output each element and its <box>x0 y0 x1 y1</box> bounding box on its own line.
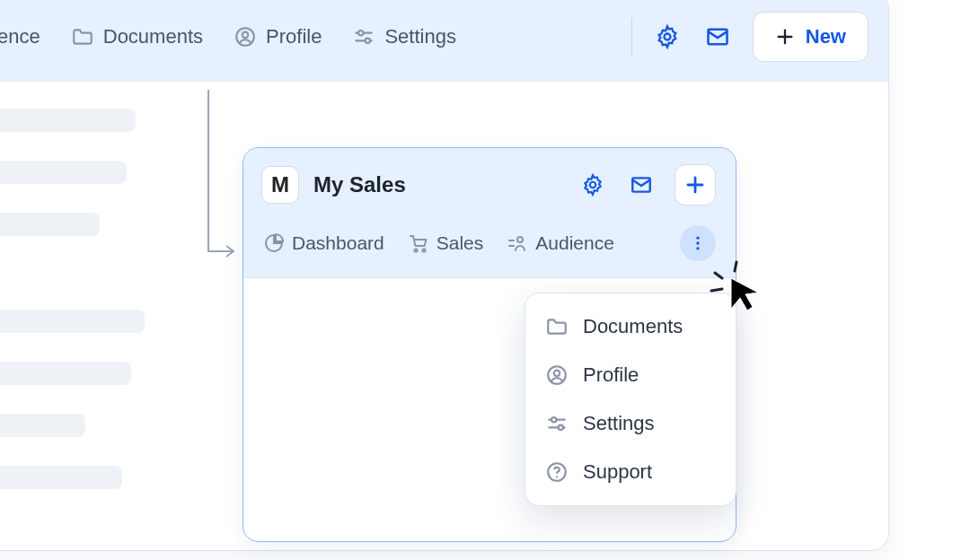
svg-point-23 <box>554 371 560 377</box>
new-button[interactable]: New <box>753 12 869 62</box>
placeholder-line <box>0 466 122 489</box>
tab-dashboard[interactable]: Dashboard <box>263 232 384 254</box>
svg-point-19 <box>696 237 699 240</box>
gear-icon <box>581 173 604 197</box>
sliders-icon <box>545 412 569 435</box>
nav-item-settings[interactable]: Settings <box>352 25 456 48</box>
dots-vertical-icon <box>689 234 707 252</box>
inner-mail-button[interactable] <box>626 170 657 200</box>
svg-point-29 <box>556 476 558 477</box>
nav-label: Documents <box>103 25 203 48</box>
placeholder-line <box>0 362 131 385</box>
gear-icon <box>655 24 680 49</box>
inner-titlebar: M My Sales <box>243 148 736 213</box>
nav-label: Settings <box>384 25 456 48</box>
folder-icon <box>545 315 569 338</box>
placeholder-line <box>0 161 127 184</box>
nav-label: Profile <box>266 25 322 48</box>
folder-icon <box>71 25 94 48</box>
svg-point-3 <box>358 31 363 35</box>
svg-point-21 <box>696 247 699 249</box>
dropdown-item-support[interactable]: Support <box>525 448 736 496</box>
dropdown-item-documents[interactable]: Documents <box>525 302 736 351</box>
placeholder-line <box>0 213 100 236</box>
inner-gear-button[interactable] <box>578 170 608 200</box>
svg-point-1 <box>242 32 249 39</box>
divider <box>631 18 632 56</box>
dropdown-item-label: Documents <box>583 315 683 338</box>
inner-titlebar-right <box>578 164 716 206</box>
mail-button[interactable] <box>702 22 733 52</box>
dropdown-item-settings[interactable]: Settings <box>525 399 736 448</box>
sliders-icon <box>352 25 375 48</box>
placeholder-line <box>0 414 85 437</box>
more-menu-button[interactable] <box>680 225 716 261</box>
tab-label: Audience <box>535 232 614 254</box>
tab-audience[interactable]: Audience <box>507 232 614 254</box>
settings-gear-button[interactable] <box>652 22 683 52</box>
profile-icon <box>545 363 569 387</box>
placeholder-line <box>0 310 145 333</box>
plus-icon <box>684 174 706 196</box>
inner-tabs: Dashboard Sales Audience <box>243 213 736 278</box>
tab-label: Dashboard <box>292 232 384 254</box>
cart-icon <box>408 232 429 254</box>
mail-icon <box>630 173 653 197</box>
svg-point-6 <box>664 34 670 40</box>
tab-sales[interactable]: Sales <box>408 232 484 254</box>
new-button-label: New <box>806 25 846 48</box>
outer-topbar-right: New <box>631 12 888 62</box>
dropdown-item-label: Settings <box>583 412 655 435</box>
svg-point-14 <box>414 249 417 251</box>
profile-icon <box>234 25 257 48</box>
dropdown-item-profile[interactable]: Profile <box>525 351 736 399</box>
nav-item-audience[interactable]: Audience <box>0 25 40 48</box>
nav-item-documents[interactable]: Documents <box>71 25 203 48</box>
inner-logo: M <box>261 166 299 204</box>
outer-nav: Audience Documents Profile Settings <box>0 25 456 48</box>
nav-label: Audience <box>0 25 40 48</box>
svg-point-27 <box>559 425 563 430</box>
svg-point-5 <box>366 39 370 43</box>
dropdown-item-label: Support <box>583 460 652 484</box>
dropdown-item-label: Profile <box>583 363 639 387</box>
nav-item-profile[interactable]: Profile <box>234 25 322 48</box>
svg-point-15 <box>422 249 425 251</box>
outer-topbar: Audience Documents Profile Settings <box>0 0 888 82</box>
pie-chart-icon <box>263 232 285 254</box>
svg-point-20 <box>696 241 699 244</box>
inner-add-button[interactable] <box>675 164 716 206</box>
help-icon <box>545 460 569 484</box>
svg-point-10 <box>590 182 596 188</box>
svg-point-25 <box>551 417 556 422</box>
tab-label: Sales <box>436 232 484 254</box>
svg-point-16 <box>517 237 523 242</box>
mail-icon <box>705 24 730 49</box>
more-menu-dropdown: Documents Profile Settings Support <box>525 293 736 506</box>
audience-icon <box>507 232 528 254</box>
plus-icon <box>775 27 795 47</box>
inner-title: My Sales <box>313 172 406 197</box>
placeholder-line <box>0 109 136 132</box>
